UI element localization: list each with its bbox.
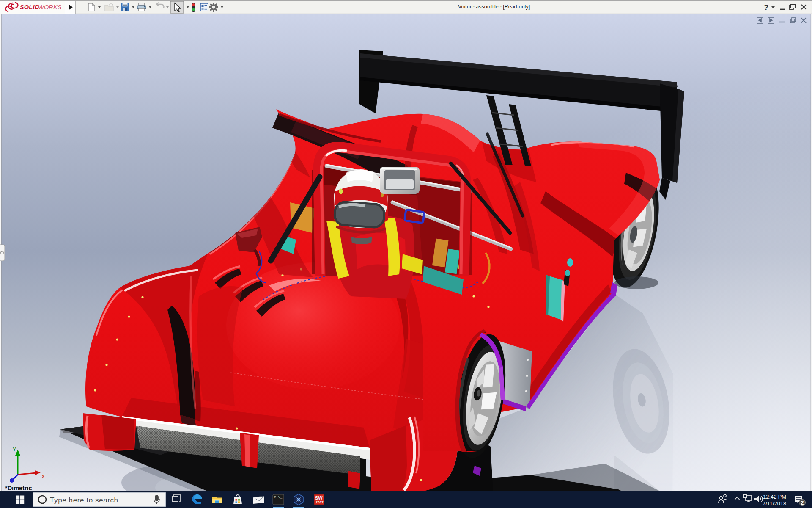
svg-text:WORKS: WORKS: [38, 4, 62, 11]
svg-text:SW: SW: [315, 495, 323, 500]
svg-text:Y: Y: [13, 447, 16, 453]
svg-text:*Dimetric: *Dimetric: [5, 485, 32, 491]
svg-text:12:42 PM: 12:42 PM: [763, 494, 786, 500]
svg-text:2: 2: [801, 500, 804, 506]
svg-text:?: ?: [764, 3, 768, 12]
svg-text:X: X: [41, 474, 45, 480]
svg-text:7/11/2018: 7/11/2018: [763, 500, 786, 507]
svg-text:SOLID: SOLID: [20, 4, 39, 11]
svg-text:C:\_: C:\_: [274, 495, 282, 499]
svg-text:2017: 2017: [316, 500, 324, 504]
svg-text:Type here to search: Type here to search: [50, 496, 118, 504]
